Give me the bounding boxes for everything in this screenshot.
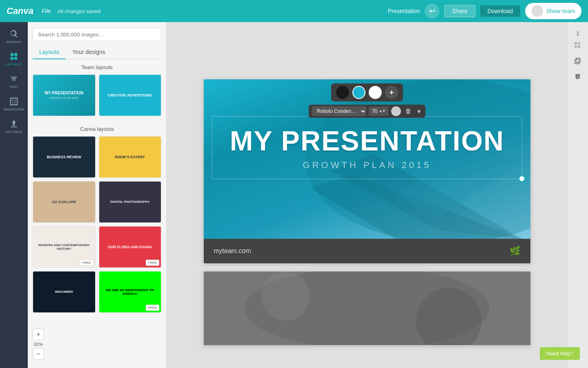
search-input[interactable] (33, 28, 161, 41)
sidebar-item-background[interactable]: BKGROUND (2, 94, 26, 114)
card-title: DIGITAL PHOTOGRAPHY (110, 200, 149, 204)
slide-number: 1 (576, 30, 579, 36)
font-size-control: 70 ▲▼ (369, 107, 389, 116)
layout-card-midsummer[interactable]: MIDSUMMER (33, 271, 96, 313)
svg-rect-11 (578, 45, 580, 48)
card-title: OUR FLORA AND FAUNA (106, 243, 154, 251)
slide-2-illustration (204, 272, 530, 345)
sidebar-item-uploads[interactable]: UPLOADS (2, 116, 26, 137)
delete-slide-button[interactable] (571, 70, 584, 83)
slide-canvas: + Roboto Conden… 70 ▲▼ 🗑 ▾ (204, 79, 530, 345)
presentation-label: Presentation (388, 8, 420, 14)
font-toolbar: Roboto Conden… 70 ▲▼ 🗑 ▾ (309, 105, 425, 118)
share-button[interactable]: Share (444, 5, 475, 17)
icon-sidebar: SEARCH LAYOUTS TEXT BKGROUND (0, 22, 28, 368)
text-selection-box[interactable]: MY PRESENTATION GROWTH PLAN 2015 (212, 116, 522, 179)
svg-rect-10 (575, 45, 577, 48)
tab-your-designs[interactable]: Your designs (66, 45, 111, 59)
panel-sidebar: Layouts Your designs Team layouts MY PRE… (28, 22, 167, 368)
undo-button[interactable]: ↩ (425, 4, 439, 18)
top-navigation: Canva File All changes saved Presentatio… (0, 0, 588, 22)
zoom-in-button[interactable]: + (33, 329, 44, 340)
card-title: WE ARE AN INDEPENDENT PR AGENCY/ (99, 287, 161, 297)
text-options-dropdown[interactable]: ▾ (416, 107, 422, 116)
tab-layouts[interactable]: Layouts (33, 45, 66, 59)
add-color-button[interactable]: + (385, 86, 398, 99)
font-size-arrows[interactable]: ▲▼ (379, 110, 385, 113)
layout-card-go-explore[interactable]: GO EXPLORE (33, 181, 96, 223)
grid-icon (574, 42, 581, 49)
svg-rect-1 (14, 53, 17, 56)
team-layouts-title: Team layouts (28, 64, 166, 70)
layout-card-creative-advertising[interactable]: CREATIVE ADVERTISING (99, 74, 162, 116)
sidebar-text-label: TEXT (9, 85, 18, 89)
text-icon (9, 74, 18, 83)
saved-status: All changes saved (58, 8, 101, 14)
svg-rect-13 (576, 58, 580, 63)
slide-2-background (204, 272, 530, 345)
sidebar-item-text[interactable]: TEXT (2, 71, 26, 92)
sidebar-layouts-label: LAYOUTS (6, 63, 22, 66)
layout-card-flora-fauna[interactable]: OUR FLORA AND FAUNA FREE (99, 226, 162, 268)
svg-rect-12 (575, 59, 579, 64)
footer-url: myteam.com (214, 247, 251, 255)
color-swatch-white[interactable] (369, 86, 382, 99)
svg-rect-2 (11, 57, 13, 60)
download-button[interactable]: Download (480, 5, 520, 17)
duplicate-slide-button[interactable] (571, 54, 584, 67)
font-color-swatch[interactable] (391, 106, 401, 116)
svg-point-6 (261, 272, 310, 321)
footer-logo: 🌿 (510, 246, 521, 256)
font-selector[interactable]: Roboto Conden… (312, 106, 366, 116)
card-title: GO EXPLORE (52, 200, 76, 204)
layout-card-pr-agency[interactable]: WE ARE AN INDEPENDENT PR AGENCY/ FREE (99, 271, 162, 313)
zoom-controls: + 82% − (33, 329, 44, 360)
layout-card-modern-history[interactable]: MODERN AND CONTEMPORARY HISTORY FREE (33, 226, 96, 268)
slide-2 (204, 272, 530, 345)
free-badge: FREE (146, 260, 159, 266)
slide-main-title[interactable]: MY PRESENTATION (220, 125, 514, 157)
canva-layouts-title: Canva layouts (28, 126, 166, 132)
font-size-value: 70 (372, 108, 377, 114)
search-icon (9, 29, 18, 38)
main-layout: SEARCH LAYOUTS TEXT BKGROUND (0, 0, 588, 368)
slide-footer: myteam.com 🌿 (204, 239, 530, 263)
free-badge: FREE (146, 305, 159, 311)
trash-icon (574, 73, 581, 80)
sidebar-item-search[interactable]: SEARCH (2, 26, 26, 47)
card-title: EDDIE'S EATERY (115, 155, 145, 159)
layout-card-my-presentation[interactable]: MY PRESENTATION GROWTH PLAN 2015 (33, 74, 96, 116)
color-swatch-teal[interactable] (352, 86, 365, 99)
sidebar-bkground-label: BKGROUND (4, 108, 24, 111)
free-badge: FREE (80, 260, 93, 266)
slide-grid-view[interactable] (571, 39, 584, 52)
card-title: MIDSUMMER (53, 289, 75, 295)
show-team-button[interactable]: Show team (525, 3, 581, 19)
resize-handle[interactable] (519, 175, 525, 182)
svg-rect-0 (11, 53, 13, 56)
color-swatch-black[interactable] (336, 86, 349, 99)
svg-rect-3 (14, 57, 17, 60)
delete-text-button[interactable]: 🗑 (403, 107, 413, 116)
layout-card-business-review[interactable]: BUSINESS REVIEW (33, 136, 96, 178)
svg-rect-9 (578, 42, 580, 45)
layout-card-digital-photography[interactable]: DIGITAL PHOTOGRAPHY (99, 181, 162, 223)
zoom-out-button[interactable]: − (33, 348, 44, 360)
search-box (28, 22, 166, 45)
avatar (532, 5, 543, 17)
card-title: MODERN AND CONTEMPORARY HISTORY (33, 242, 95, 252)
sidebar-item-layouts[interactable]: LAYOUTS (2, 49, 26, 70)
sidebar-search-label: SEARCH (7, 40, 21, 44)
zoom-level: 82% (33, 342, 44, 347)
background-icon (9, 97, 18, 106)
card-subtitle: GROWTH PLAN 2015 (50, 96, 78, 99)
layout-card-eddies-eatery[interactable]: EDDIE'S EATERY (99, 136, 162, 178)
canva-logo[interactable]: Canva (7, 6, 33, 16)
layouts-icon (9, 52, 18, 61)
file-menu[interactable]: File (42, 8, 51, 14)
slide-subtitle[interactable]: GROWTH PLAN 2015 (220, 160, 514, 171)
canva-layouts-grid: BUSINESS REVIEW EDDIE'S EATERY GO EXPLOR… (28, 136, 166, 319)
need-help-button[interactable]: Need help? (540, 347, 580, 360)
sidebar-uploads-label: UPLOADS (5, 130, 22, 134)
team-layouts-grid: MY PRESENTATION GROWTH PLAN 2015 CREATIV… (28, 74, 166, 123)
